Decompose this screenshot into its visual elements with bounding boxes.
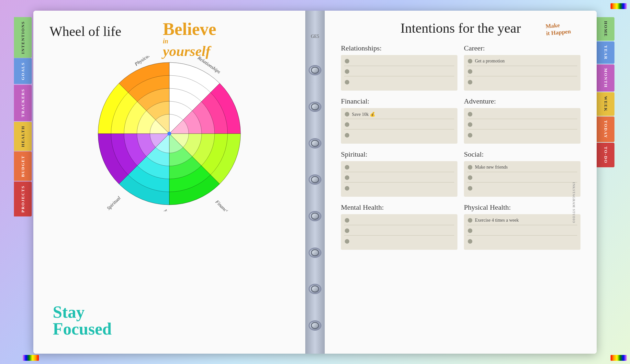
binder-ring-5 — [309, 211, 321, 221]
bullet — [345, 218, 349, 223]
section-adventure: Adventure: — [464, 97, 580, 144]
section-title-social: Social: — [464, 150, 580, 159]
bullet — [345, 80, 349, 84]
tab-week[interactable]: WEEK — [597, 92, 614, 116]
intention-row — [344, 120, 454, 129]
intention-row — [344, 78, 454, 87]
section-title-mental-health: Mental Health: — [341, 203, 457, 212]
intention-box-mental-health — [341, 214, 457, 250]
bullet — [468, 122, 472, 127]
bullet — [345, 228, 349, 233]
section-title-financial: Financial: — [341, 97, 457, 105]
bullet — [345, 69, 349, 74]
intention-box-spiritual — [341, 161, 457, 197]
binder-ring-2 — [309, 102, 321, 112]
intention-row — [467, 173, 577, 182]
binder-ring-6 — [309, 248, 321, 258]
svg-text:Adventure: Adventure — [149, 207, 168, 211]
intention-box-adventure — [464, 108, 580, 144]
intention-row: Save 10k 💰 — [344, 110, 454, 119]
intention-row — [344, 67, 454, 76]
intention-row — [344, 184, 454, 193]
sidebar-item-trackers[interactable]: TRACKERS — [14, 85, 32, 121]
bullet — [345, 175, 349, 180]
intention-row — [467, 237, 577, 246]
binder-container: INTENTIONS GOALS TRACKERS HEALTH BUDGET … — [14, 11, 616, 354]
intention-row — [467, 184, 577, 193]
intention-row — [344, 237, 454, 246]
bullet — [468, 175, 472, 180]
left-tabs: INTENTIONS GOALS TRACKERS HEALTH BUDGET … — [14, 11, 33, 354]
intention-row — [467, 110, 577, 119]
section-title-relationships: Relationships: — [341, 44, 457, 52]
bullet — [345, 59, 349, 63]
left-page: Wheel of life Believe in yourself — [33, 11, 305, 354]
section-physical-health: Physical Health: Exercise 4 times a week — [464, 203, 580, 250]
ges-label: GE5 — [311, 34, 319, 39]
bullet — [345, 239, 349, 244]
watermark: INKSTAGRAM STUDIO — [572, 182, 576, 223]
section-title-career: Career: — [464, 44, 580, 52]
right-page: Intentions for the year Makeit Happen Re… — [325, 11, 597, 354]
rainbow-strip-bottom-left — [23, 355, 39, 361]
bullet — [345, 112, 349, 116]
intention-row — [467, 131, 577, 140]
intention-row — [344, 163, 454, 172]
bullet — [468, 59, 472, 63]
bullet — [468, 133, 472, 138]
intention-box-financial: Save 10k 💰 — [341, 108, 457, 144]
intentions-grid: Relationships: Career: Get a promotion — [341, 44, 580, 250]
section-title-spiritual: Spiritual: — [341, 150, 457, 159]
section-title-physical-health: Physical Health: — [464, 203, 580, 212]
intention-row — [344, 173, 454, 182]
binder-ring-4 — [309, 174, 321, 185]
intention-box-relationships — [341, 55, 457, 91]
intention-row — [344, 131, 454, 140]
intention-row: Exercise 4 times a week — [467, 216, 577, 225]
make-it-happen-text: Makeit Happen — [546, 21, 571, 37]
rainbow-strip-bottom — [611, 355, 627, 361]
tab-todo[interactable]: TO-DO — [597, 143, 614, 167]
tab-home[interactable]: HOME — [597, 17, 614, 41]
binder-ring-3 — [309, 138, 321, 149]
tab-today[interactable]: TODAY — [597, 116, 614, 142]
intention-row — [467, 226, 577, 236]
section-title-adventure: Adventure: — [464, 97, 580, 105]
binder-ring-1 — [309, 65, 321, 75]
svg-point-10 — [167, 132, 171, 136]
wheel-chart: Physical Health Relationships Career Fin… — [92, 56, 247, 211]
bullet — [468, 80, 472, 84]
sidebar-item-goals[interactable]: GOALS — [14, 58, 32, 84]
section-financial: Financial: Save 10k 💰 — [341, 97, 457, 144]
intention-row — [467, 78, 577, 87]
intention-box-physical-health: Exercise 4 times a week — [464, 214, 580, 250]
binder-spine: GE5 — [305, 11, 325, 354]
intention-row — [344, 216, 454, 225]
bullet — [468, 186, 472, 191]
bullet — [345, 122, 349, 127]
section-career: Career: Get a promotion — [464, 44, 580, 91]
book: Wheel of life Believe in yourself — [33, 11, 597, 354]
wheel-svg: Physical Health Relationships Career Fin… — [92, 56, 247, 211]
svg-text:Spiritual: Spiritual — [106, 195, 121, 211]
bullet — [345, 133, 349, 138]
intention-row — [467, 120, 577, 129]
section-social: Social: Make new friends — [464, 150, 580, 197]
binder-ring-8 — [309, 320, 321, 331]
svg-text:Financial: Financial — [214, 199, 231, 211]
sidebar-item-projects[interactable]: PROJECTS — [14, 182, 32, 216]
sidebar-item-intentions[interactable]: INTENTIONS — [14, 17, 32, 58]
sidebar-item-budget[interactable]: BUDGET — [14, 151, 32, 181]
right-tabs: HOME YEAR MONTH WEEK TODAY TO-DO — [597, 11, 616, 354]
intention-row — [344, 57, 454, 66]
intention-row — [467, 67, 577, 76]
intention-box-social: Make new friends — [464, 161, 580, 197]
tab-year[interactable]: YEAR — [597, 41, 614, 64]
rainbow-strip-top — [611, 3, 627, 9]
bullet — [468, 69, 472, 74]
sidebar-item-health[interactable]: HEALTH — [14, 122, 32, 151]
intention-row: Make new friends — [467, 163, 577, 172]
bullet — [345, 186, 349, 191]
believe-text: Believe in yourself — [163, 20, 216, 59]
tab-month[interactable]: MONTH — [597, 64, 614, 92]
